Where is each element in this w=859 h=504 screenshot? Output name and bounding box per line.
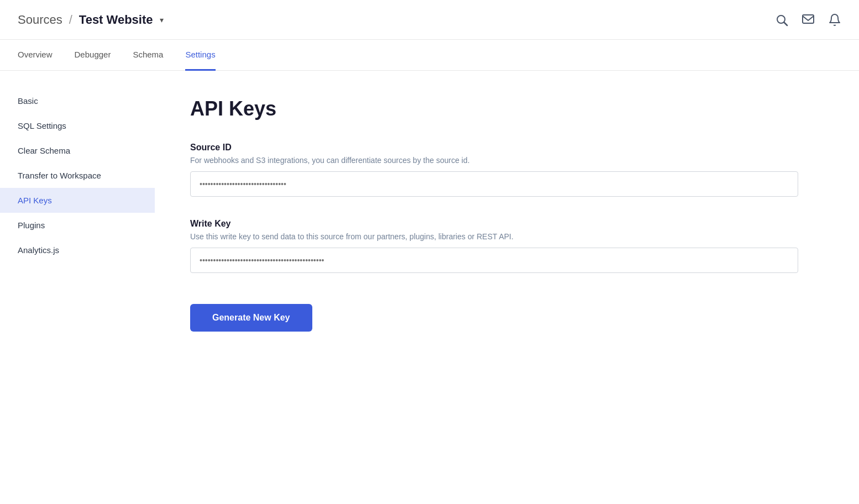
nav-tabs: Overview Debugger Schema Settings xyxy=(0,40,859,71)
tab-schema[interactable]: Schema xyxy=(133,40,163,71)
dropdown-chevron-icon[interactable]: ▾ xyxy=(160,15,164,24)
svg-line-1 xyxy=(784,22,788,25)
write-key-description: Use this write key to send data to this … xyxy=(190,232,824,241)
source-id-section: Source ID For webhooks and S3 integratio… xyxy=(190,143,824,197)
tab-overview[interactable]: Overview xyxy=(18,40,53,71)
write-key-input[interactable] xyxy=(190,248,798,273)
breadcrumb: Sources / Test Website ▾ xyxy=(18,13,164,27)
tab-debugger[interactable]: Debugger xyxy=(75,40,111,71)
breadcrumb-separator: / xyxy=(69,13,72,27)
svg-rect-2 xyxy=(803,15,814,23)
settings-sidebar: Basic SQL Settings Clear Schema Transfer… xyxy=(0,71,155,504)
sidebar-item-api-keys[interactable]: API Keys xyxy=(0,188,155,213)
header-actions xyxy=(775,13,841,27)
tab-settings[interactable]: Settings xyxy=(185,40,215,71)
main-layout: Basic SQL Settings Clear Schema Transfer… xyxy=(0,71,859,504)
search-svg xyxy=(775,13,788,27)
sidebar-item-clear-schema[interactable]: Clear Schema xyxy=(0,138,155,163)
main-content: API Keys Source ID For webhooks and S3 i… xyxy=(155,71,859,504)
write-key-section: Write Key Use this write key to send dat… xyxy=(190,219,824,273)
search-icon[interactable] xyxy=(775,13,788,27)
write-key-label: Write Key xyxy=(190,219,824,229)
page-title: Test Website xyxy=(79,13,153,27)
bell-svg xyxy=(828,13,841,27)
sidebar-item-sql-settings[interactable]: SQL Settings xyxy=(0,113,155,138)
header: Sources / Test Website ▾ xyxy=(0,0,859,40)
sidebar-item-analytics-js[interactable]: Analytics.js xyxy=(0,238,155,262)
messages-svg xyxy=(802,13,815,27)
api-keys-title: API Keys xyxy=(190,97,824,120)
sidebar-item-transfer-to-workspace[interactable]: Transfer to Workspace xyxy=(0,163,155,188)
sidebar-item-basic[interactable]: Basic xyxy=(0,88,155,113)
sidebar-item-plugins[interactable]: Plugins xyxy=(0,213,155,238)
messages-icon[interactable] xyxy=(802,13,815,27)
source-id-description: For webhooks and S3 integrations, you ca… xyxy=(190,156,824,165)
source-id-label: Source ID xyxy=(190,143,824,153)
notifications-icon[interactable] xyxy=(828,13,841,27)
generate-new-key-button[interactable]: Generate New Key xyxy=(190,304,312,332)
source-id-input[interactable] xyxy=(190,171,798,197)
sources-label[interactable]: Sources xyxy=(18,13,62,27)
